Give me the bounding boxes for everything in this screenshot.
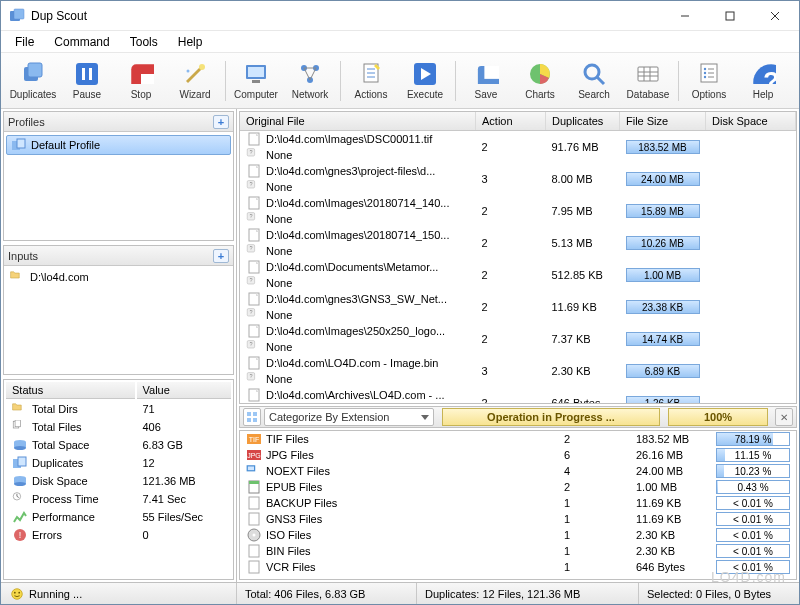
profiles-header: Profiles + [4,112,233,132]
input-item[interactable]: D:\lo4d.com [4,268,233,286]
category-row[interactable]: JPGJPG Files626.16 MB11.15 % [240,447,796,463]
stop-button[interactable]: Stop [115,56,167,106]
col-duplicates[interactable]: Duplicates [546,112,620,131]
table-row[interactable]: D:\lo4d.com\gnes3\project-files\d...?Non… [240,163,796,195]
svg-point-115 [14,591,16,593]
execute-button[interactable]: Execute [399,56,451,106]
categorize-mode-button[interactable] [243,408,261,426]
search-icon [581,61,607,87]
category-row[interactable]: VCR Files1646 Bytes< 0.01 % [240,559,796,575]
folder-icon [10,270,26,284]
charts-button[interactable]: Charts [514,56,566,106]
status-row: Disk Space121.36 MB [6,473,231,489]
status-col-header[interactable]: Status [6,382,135,399]
category-row[interactable]: EPUB Files21.00 MB0.43 % [240,479,796,495]
svg-rect-30 [484,66,499,79]
file-icon [246,196,262,210]
col-action[interactable]: Action [476,112,546,131]
space-cell: 1.00 MB [620,259,706,291]
svg-line-23 [310,68,316,80]
dup-cell: 3 [476,355,546,387]
file-icon [246,356,262,370]
svg-point-111 [253,534,256,537]
table-row[interactable]: D:\lo4d.com\gnes3\GNS3_SW_Net...?None211… [240,291,796,323]
action-help-icon[interactable]: ? [246,276,262,290]
category-row[interactable]: GNS3 Files111.69 KB< 0.01 % [240,511,796,527]
actions-button[interactable]: Actions [345,56,397,106]
svg-rect-17 [252,80,260,83]
file-icon [246,324,262,338]
help-button[interactable]: ?Help [737,56,789,106]
col-disk-space[interactable]: Disk Space [706,112,796,131]
titlebar: Dup Scout [1,1,799,31]
category-row[interactable]: ISO Files12.30 KB< 0.01 % [240,527,796,543]
categorize-select[interactable]: Categorize By Extension [264,408,434,426]
menu-tools[interactable]: Tools [120,33,168,51]
category-row[interactable]: NOEXT Files424.00 MB10.23 % [240,463,796,479]
network-button[interactable]: Network [284,56,336,106]
minimize-button[interactable] [662,2,707,30]
svg-rect-3 [726,12,734,20]
search-button[interactable]: Search [568,56,620,106]
main-area: Profiles + Default Profile Inputs + D:\l… [1,109,799,582]
options-icon [696,61,722,87]
dup-cell: 2 [476,387,546,404]
cat-size-cell: 11.69 KB [630,511,710,527]
menu-command[interactable]: Command [44,33,119,51]
table-row[interactable]: D:\lo4d.com\Archives\LO4D.com - ...?None… [240,387,796,404]
action-help-icon[interactable]: ? [246,308,262,322]
action-help-icon[interactable]: ? [246,244,262,258]
duplicates-icon [20,61,46,87]
table-row[interactable]: D:\lo4d.com\Images\DSC00011.tif?None291.… [240,131,796,164]
toolbar-label: Charts [525,89,554,100]
action-help-icon[interactable]: ? [246,372,262,386]
category-row[interactable]: TIFTIF Files2183.52 MB78.19 % [240,431,796,447]
duplicates-button[interactable]: Duplicates [7,56,59,106]
categorize-close-button[interactable]: ✕ [775,408,793,426]
operation-percent-label: 100% [704,411,732,423]
col-file-size[interactable]: File Size [620,112,706,131]
menu-file[interactable]: File [5,33,44,51]
dup-cell: 2 [476,323,546,355]
cat-name-cell: ISO Files [240,527,460,543]
col-original-file[interactable]: Original File [240,112,476,131]
options-button[interactable]: Options [683,56,735,106]
cat-dup-cell: 2 [558,431,630,447]
pause-button[interactable]: Pause [61,56,113,106]
close-button[interactable] [752,2,797,30]
table-row[interactable]: D:\lo4d.com\Images\250x250_logo...?None2… [240,323,796,355]
cat-size-cell: 1.00 MB [630,479,710,495]
execute-icon [412,61,438,87]
input-label: D:\lo4d.com [30,271,89,283]
file-cell: D:\lo4d.com\gnes3\GNS3_SW_Net... [240,291,450,307]
action-help-icon[interactable]: ? [246,212,262,226]
cat-name-cell: TIFTIF Files [240,431,460,447]
add-input-button[interactable]: + [213,249,229,263]
profile-item[interactable]: Default Profile [6,135,231,155]
space-cell: 183.52 MB [620,131,706,164]
computer-button[interactable]: Computer [230,56,282,106]
svg-text:TIF: TIF [249,436,260,443]
maximize-button[interactable] [707,2,752,30]
action-help-icon[interactable]: ? [246,180,262,194]
status-value: 6.83 GB [137,437,232,453]
category-row[interactable]: BACKUP Files111.69 KB< 0.01 % [240,495,796,511]
action-help-icon[interactable]: ? [246,340,262,354]
table-row[interactable]: D:\lo4d.com\Images\20180714_150...?None2… [240,227,796,259]
dup-cell: 2 [476,291,546,323]
table-row[interactable]: D:\lo4d.com\Documents\Metamor...?None251… [240,259,796,291]
menu-help[interactable]: Help [168,33,213,51]
add-profile-button[interactable]: + [213,115,229,129]
perf-icon [12,510,28,524]
action-help-icon[interactable]: ? [246,148,262,162]
operation-progress: Operation in Progress ... [442,408,660,426]
file-icon [246,164,262,178]
table-row[interactable]: D:\lo4d.com\LO4D.com - Image.bin?None32.… [240,355,796,387]
category-row[interactable]: BIN Files12.30 KB< 0.01 % [240,543,796,559]
file-icon [246,560,262,574]
value-col-header[interactable]: Value [137,382,232,399]
wizard-button[interactable]: Wizard [169,56,221,106]
save-button[interactable]: Save [460,56,512,106]
table-row[interactable]: D:\lo4d.com\Images\20180714_140...?None2… [240,195,796,227]
database-button[interactable]: Database [622,56,674,106]
